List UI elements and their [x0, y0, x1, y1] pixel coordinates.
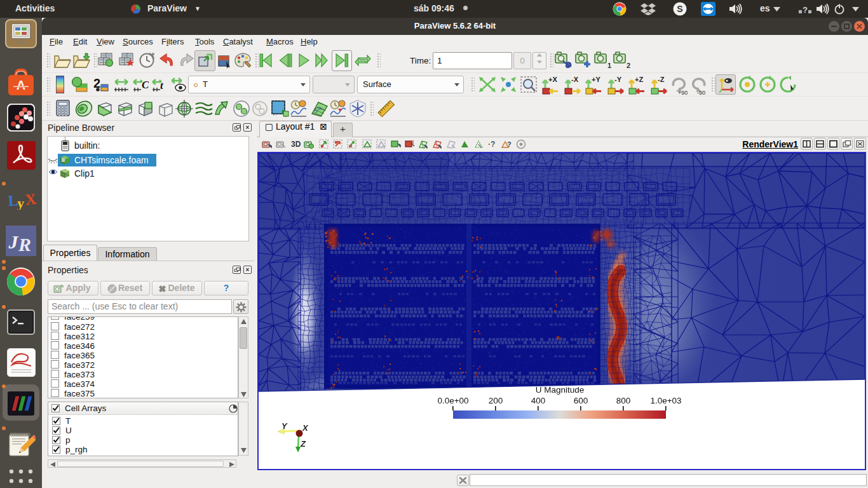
- svg-text:C: C: [142, 79, 149, 91]
- svg-text:2: 2: [627, 62, 630, 69]
- svg-text:t: t: [160, 79, 164, 92]
- svg-text:0.0e+00: 0.0e+00: [437, 396, 468, 405]
- svg-text:U Magnitude: U Magnitude: [536, 385, 585, 395]
- svg-text:S: S: [677, 4, 682, 14]
- svg-text:?: ?: [507, 140, 512, 148]
- svg-text:+Y: +Y: [592, 76, 600, 83]
- svg-text:R: R: [18, 234, 31, 255]
- svg-text:-Y: -Y: [614, 76, 622, 83]
- svg-text:800: 800: [616, 396, 631, 405]
- svg-text:J: J: [8, 231, 19, 252]
- svg-text:1.0e+03: 1.0e+03: [650, 396, 681, 405]
- svg-text:X: X: [24, 191, 37, 208]
- svg-text:200: 200: [489, 396, 503, 405]
- svg-text:-90: -90: [697, 90, 705, 95]
- svg-text:Z: Z: [300, 439, 306, 449]
- svg-text:+X: +X: [548, 76, 557, 83]
- svg-text:y: y: [17, 195, 24, 210]
- svg-text:400: 400: [531, 396, 546, 405]
- svg-text:1: 1: [607, 62, 611, 69]
- svg-text:-X: -X: [571, 76, 579, 83]
- svg-text:?: ?: [803, 5, 808, 14]
- svg-text:Y: Y: [281, 421, 288, 431]
- svg-text:-Z: -Z: [658, 76, 665, 83]
- svg-text:X: X: [302, 423, 309, 433]
- svg-text:+Z: +Z: [635, 76, 643, 83]
- svg-text:600: 600: [574, 396, 588, 405]
- svg-text:+90: +90: [678, 90, 688, 95]
